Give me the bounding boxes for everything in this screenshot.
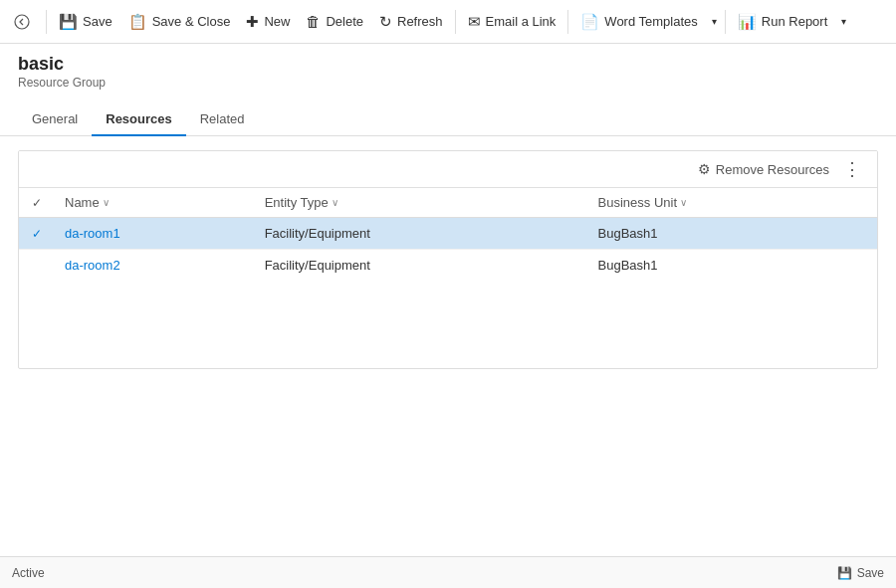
run-report-caret-button[interactable]: ▾ (835, 4, 850, 40)
row1-name-link[interactable]: da-room1 (65, 226, 120, 241)
more-options-icon: ⋮ (843, 159, 861, 179)
save-icon: 💾 (59, 13, 78, 31)
resources-table: ✓ Name ∨ Entity Type ∨ (19, 188, 877, 281)
delete-icon: 🗑 (306, 13, 321, 30)
word-templates-button[interactable]: 📄 Word Templates (572, 4, 705, 40)
delete-button[interactable]: 🗑 Delete (298, 4, 371, 40)
check-all-icon: ✓ (32, 196, 42, 210)
page-subtitle: Resource Group (18, 76, 878, 90)
word-templates-group: 📄 Word Templates ▾ (572, 4, 720, 40)
row2-business-unit-cell: BugBash1 (588, 250, 877, 282)
new-button[interactable]: ✚ New (238, 4, 298, 40)
back-button[interactable] (8, 8, 36, 36)
main-toolbar: 💾 Save 📋 Save & Close ✚ New 🗑 Delete ↻ R… (0, 0, 896, 44)
table-body: ✓ da-room1 Facility/Equipment BugBash1 (19, 218, 877, 282)
business-unit-sort-icon: ∨ (680, 197, 687, 208)
col-header-name[interactable]: Name ∨ (55, 188, 255, 218)
run-report-chevron-icon: ▾ (841, 16, 846, 27)
tab-related[interactable]: Related (186, 103, 259, 136)
run-report-button[interactable]: 📊 Run Report (730, 4, 835, 40)
row2-name-cell[interactable]: da-room2 (55, 250, 255, 282)
word-templates-icon: 📄 (580, 13, 599, 31)
refresh-button[interactable]: ↻ Refresh (371, 4, 451, 40)
remove-resources-button[interactable]: ⚙ Remove Resources (690, 157, 837, 181)
svg-point-0 (15, 15, 29, 29)
table-wrapper: ✓ Name ∨ Entity Type ∨ (19, 188, 877, 281)
tab-bar: General Resources Related (0, 96, 896, 136)
more-options-button[interactable]: ⋮ (837, 158, 867, 180)
status-bar: Active 💾 Save (0, 556, 896, 588)
page-title: basic (18, 54, 878, 75)
col-header-business-unit[interactable]: Business Unit ∨ (588, 188, 877, 218)
col-header-entity-type[interactable]: Entity Type ∨ (255, 188, 588, 218)
row1-name-cell[interactable]: da-room1 (55, 218, 255, 250)
save-button[interactable]: 💾 Save (51, 4, 120, 40)
name-sort-icon: ∨ (103, 197, 110, 208)
toolbar-divider-2 (455, 10, 456, 34)
tab-resources[interactable]: Resources (92, 103, 185, 136)
toolbar-divider-3 (567, 10, 568, 34)
table-row: da-room2 Facility/Equipment BugBash1 (19, 250, 877, 282)
run-report-icon: 📊 (738, 13, 757, 31)
email-icon: ✉ (468, 13, 481, 31)
refresh-icon: ↻ (379, 13, 392, 31)
row1-business-unit-cell: BugBash1 (588, 218, 877, 250)
page-header: basic Resource Group (0, 44, 896, 90)
save-close-button[interactable]: 📋 Save & Close (120, 4, 239, 40)
save-close-icon: 📋 (128, 13, 147, 31)
status-label: Active (12, 566, 45, 580)
row1-check-icon: ✓ (32, 227, 42, 241)
table-header: ✓ Name ∨ Entity Type ∨ (19, 188, 877, 218)
row1-checkbox-cell[interactable]: ✓ (19, 218, 55, 250)
tab-general[interactable]: General (18, 103, 92, 136)
select-all-col: ✓ (19, 188, 55, 218)
main-content: ⚙ Remove Resources ⋮ ✓ (0, 136, 896, 556)
entity-type-sort-icon: ∨ (332, 197, 338, 208)
toolbar-divider-1 (46, 10, 47, 34)
word-templates-caret-button[interactable]: ▾ (706, 4, 721, 40)
toolbar-divider-4 (725, 10, 726, 34)
row2-name-link[interactable]: da-room2 (65, 258, 120, 273)
word-templates-chevron-icon: ▾ (712, 16, 717, 27)
remove-resources-icon: ⚙ (698, 161, 711, 177)
run-report-group: 📊 Run Report ▾ (730, 4, 850, 40)
new-icon: ✚ (246, 13, 259, 31)
row2-checkbox-cell[interactable] (19, 250, 55, 282)
row1-entity-type-cell: Facility/Equipment (255, 218, 588, 250)
email-link-button[interactable]: ✉ Email a Link (460, 4, 564, 40)
status-save-icon: 💾 (837, 566, 852, 580)
row2-entity-type-cell: Facility/Equipment (255, 250, 588, 282)
card-toolbar: ⚙ Remove Resources ⋮ (19, 151, 877, 188)
table-row: ✓ da-room1 Facility/Equipment BugBash1 (19, 218, 877, 250)
resource-card: ⚙ Remove Resources ⋮ ✓ (18, 150, 878, 369)
status-save-button[interactable]: 💾 Save (837, 566, 884, 580)
